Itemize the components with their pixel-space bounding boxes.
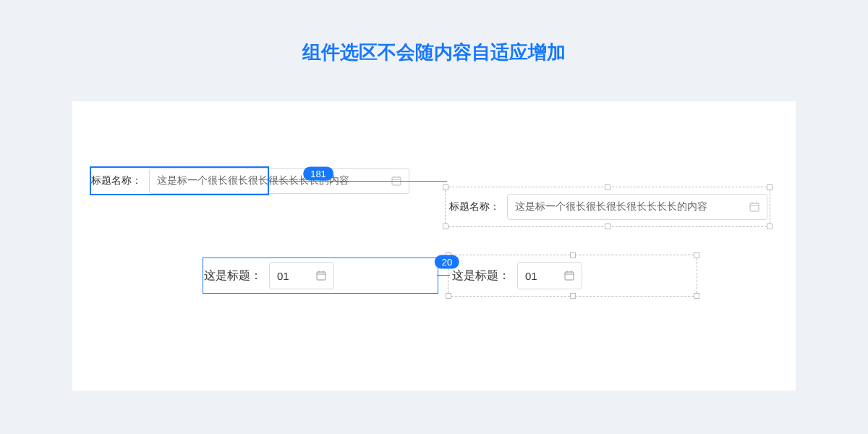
svg-rect-12	[565, 272, 574, 280]
date-input[interactable]: 这是标一个很长很长很长很长长长长的内容	[507, 194, 767, 220]
calendar-icon	[316, 271, 326, 281]
form-item-2-right[interactable]: 这是标题： 01	[452, 262, 582, 289]
field-label: 这是标题：	[452, 268, 510, 284]
form-item-1-left[interactable]: 标题名称： 这是标一个很长很长很长很长长长长的内容	[91, 168, 814, 194]
input-value: 01	[525, 270, 537, 282]
measurement-line	[437, 275, 450, 276]
calendar-icon	[564, 271, 574, 281]
measurement-badge: 20	[435, 255, 459, 269]
input-value: 这是标一个很长很长很长很长长长长的内容	[515, 200, 707, 213]
date-input-small[interactable]: 01	[269, 262, 334, 289]
measurement-badge: 181	[303, 167, 333, 181]
calendar-icon	[749, 202, 760, 212]
field-label: 这是标题：	[204, 268, 262, 284]
form-item-2-left[interactable]: 这是标题： 01	[204, 262, 334, 289]
page-title: 组件选区不会随内容自适应增加	[0, 0, 868, 65]
field-label: 标题名称：	[449, 200, 500, 213]
design-canvas[interactable]: 标题名称： 这是标一个很长很长很长很长长长长的内容 标题名称： 这是标一个很长很…	[72, 101, 796, 391]
date-input-small[interactable]: 01	[517, 262, 582, 289]
field-label: 标题名称：	[91, 174, 142, 187]
svg-rect-8	[317, 272, 326, 280]
measurement-line	[269, 181, 447, 182]
svg-rect-4	[750, 203, 759, 211]
form-item-1-right[interactable]: 标题名称： 这是标一个很长很长很长很长长长长的内容	[449, 194, 868, 220]
input-value: 01	[277, 270, 289, 282]
